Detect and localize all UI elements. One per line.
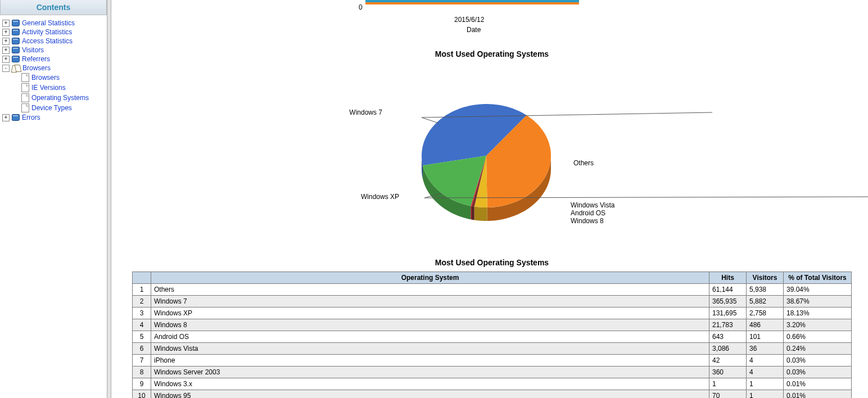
cell-os: Windows 8	[151, 319, 709, 331]
pie-side	[471, 206, 472, 219]
cell-n: 7	[133, 355, 151, 367]
os-table: Operating SystemHitsVisitors% of Total V…	[132, 272, 852, 398]
page-icon	[21, 83, 29, 92]
sidebar: Contents +General Statistics+Activity St…	[0, 0, 107, 398]
col-header	[133, 272, 151, 284]
expand-icon[interactable]: +	[2, 29, 10, 36]
cell-pct: 38.67%	[784, 296, 852, 307]
cell-os: Windows 95	[151, 390, 709, 399]
sidebar-item-general-statistics[interactable]: +General Statistics	[2, 19, 105, 28]
cell-hits: 3,086	[709, 343, 747, 355]
sidebar-item-label[interactable]: Access Statistics	[22, 37, 73, 45]
sidebar-subitem-device-types[interactable]: Device Types	[2, 103, 105, 113]
table-title: Most Used Operating Systems	[123, 258, 861, 267]
slice-label-windows-8: Windows 8	[571, 217, 604, 225]
expand-icon[interactable]: +	[2, 47, 10, 54]
sidebar-item-browsers[interactable]: -Browsers	[2, 64, 105, 73]
table-row: 9Windows 3.x110.01%	[133, 378, 852, 390]
cell-n: 9	[133, 378, 151, 390]
cell-n: 5	[133, 331, 151, 343]
book-open-icon	[12, 65, 20, 71]
sidebar-subitem-label[interactable]: Device Types	[31, 104, 72, 112]
slice-label-windows-7: Windows 7	[349, 108, 382, 116]
sidebar-subitem-ie-versions[interactable]: IE Versions	[2, 83, 105, 93]
cell-n: 6	[133, 343, 151, 355]
prev-chart-axis-fragment: 0 2015/6/12 Date	[359, 0, 861, 34]
sidebar-item-activity-statistics[interactable]: +Activity Statistics	[2, 28, 105, 37]
cell-n: 4	[133, 319, 151, 331]
sidebar-item-label[interactable]: Activity Statistics	[22, 28, 72, 36]
cell-hits: 21,783	[709, 319, 747, 331]
cell-pct: 0.66%	[784, 331, 852, 343]
cell-visitors: 1	[747, 390, 784, 399]
sidebar-item-label[interactable]: Errors	[22, 114, 40, 121]
sidebar-item-referrers[interactable]: +Referrers	[2, 55, 105, 64]
nav-tree: +General Statistics+Activity Statistics+…	[0, 15, 107, 125]
page-icon	[21, 103, 29, 112]
sidebar-item-access-statistics[interactable]: +Access Statistics	[2, 37, 105, 46]
expand-icon[interactable]: +	[2, 114, 10, 121]
cell-visitors: 5,882	[747, 296, 784, 307]
axis-date-tick: 2015/6/12	[454, 16, 484, 24]
chart-title: Most Used Operating Systems	[123, 49, 861, 58]
table-row: 3Windows XP131,6952,75818.13%	[133, 307, 852, 319]
cell-visitors: 4	[747, 355, 784, 367]
sidebar-item-errors[interactable]: +Errors	[2, 113, 105, 122]
cell-n: 2	[133, 296, 151, 307]
cell-n: 10	[133, 390, 151, 399]
collapse-icon[interactable]: -	[2, 65, 10, 72]
cell-visitors: 1	[747, 378, 784, 390]
sidebar-item-label[interactable]: General Statistics	[22, 19, 75, 27]
cell-pct: 3.20%	[784, 319, 852, 331]
cell-hits: 131,695	[709, 307, 747, 319]
table-row: 1Others61,1445,93839.04%	[133, 284, 852, 296]
cell-visitors: 101	[747, 331, 784, 343]
page-icon	[21, 73, 29, 82]
table-row: 2Windows 7365,9355,88238.67%	[133, 296, 852, 307]
cell-hits: 61,144	[709, 284, 747, 296]
expand-icon[interactable]: +	[2, 38, 10, 45]
cell-os: Android OS	[151, 331, 709, 343]
cell-os: iPhone	[151, 355, 709, 367]
sidebar-subitem-operating-systems[interactable]: Operating Systems	[2, 93, 105, 103]
slice-label-others: Others	[573, 159, 594, 167]
sidebar-subitem-browsers[interactable]: Browsers	[2, 73, 105, 83]
book-icon	[12, 47, 20, 53]
sidebar-subitem-label[interactable]: IE Versions	[31, 84, 66, 92]
pie-chart: Windows 7OthersWindows 8Android OSWindow…	[123, 84, 861, 241]
cell-hits: 42	[709, 355, 747, 367]
splitter-vertical[interactable]	[107, 0, 111, 398]
cell-pct: 0.03%	[784, 355, 852, 367]
slice-label-windows-vista: Windows Vista	[571, 201, 615, 209]
book-icon	[12, 38, 20, 44]
expand-icon[interactable]: +	[2, 20, 10, 27]
book-icon	[12, 56, 20, 62]
cell-hits: 70	[709, 390, 747, 399]
sidebar-item-label[interactable]: Referrers	[22, 55, 50, 63]
sidebar-item-label[interactable]: Browsers	[22, 64, 51, 72]
sidebar-item-label[interactable]: Visitors	[22, 46, 44, 54]
axis-date-label: Date	[467, 26, 481, 34]
slice-label-android-os: Android OS	[571, 209, 605, 217]
cell-os: Others	[151, 284, 709, 296]
table-row: 6Windows Vista3,086360.24%	[133, 343, 852, 355]
cell-pct: 0.01%	[784, 390, 852, 399]
cell-visitors: 36	[747, 343, 784, 355]
cell-pct: 18.13%	[784, 307, 852, 319]
sidebar-item-visitors[interactable]: +Visitors	[2, 46, 105, 55]
book-icon	[12, 114, 20, 121]
prev-chart-bars-fragment	[365, 0, 579, 4]
sidebar-subitem-label[interactable]: Operating Systems	[31, 94, 89, 102]
col-header: % of Total Visitors	[784, 272, 852, 284]
cell-hits: 1	[709, 378, 747, 390]
book-icon	[12, 20, 20, 26]
sidebar-subitem-label[interactable]: Browsers	[31, 74, 60, 82]
expand-icon[interactable]: +	[2, 56, 10, 63]
main-content: 0 2015/6/12 Date Most Used Operating Sys…	[111, 0, 868, 398]
sidebar-header: Contents	[0, 0, 107, 15]
pie-side	[472, 206, 474, 220]
cell-os: Windows 3.x	[151, 378, 709, 390]
cell-pct: 0.03%	[784, 367, 852, 378]
cell-n: 3	[133, 307, 151, 319]
cell-n: 1	[133, 284, 151, 296]
